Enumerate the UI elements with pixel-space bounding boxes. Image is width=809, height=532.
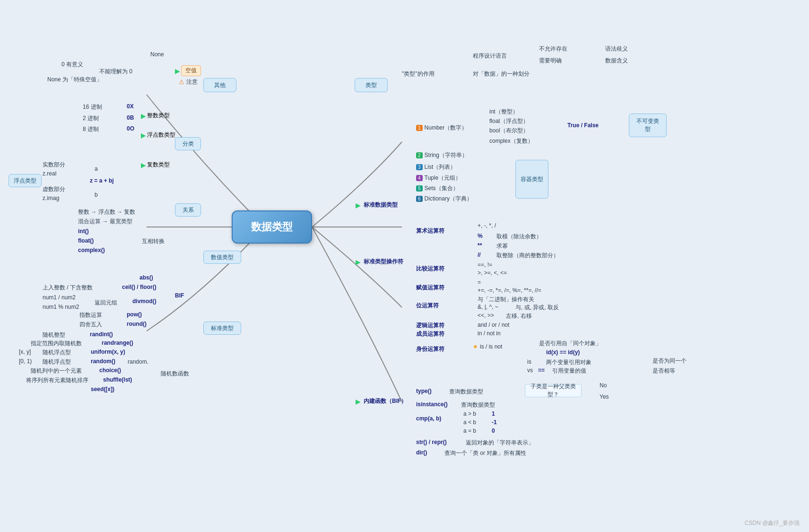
- shuju-huafen: 对「数据」的一种划分: [473, 70, 530, 78]
- number-node: 1 Number（数字）: [416, 124, 467, 132]
- kongzhi-node: ▶ 空值: [175, 65, 201, 76]
- isinstance-func: isinstance(): [416, 401, 448, 408]
- pow-func: pow(): [127, 311, 142, 318]
- bitwise-ops: &, |, ^, ~: [478, 304, 498, 310]
- hex16: 16 进制: [83, 103, 102, 111]
- random-func: random(): [91, 358, 115, 365]
- float-func: float(): [78, 237, 94, 244]
- sishe-wuru: 四舍五入: [79, 321, 102, 329]
- complex-func: complex(): [78, 247, 105, 253]
- luoji-yunsuan: 逻辑运算符: [416, 322, 444, 330]
- true-false: True / False: [567, 122, 599, 129]
- chengxu-yuyan: 程序设计语言: [473, 52, 507, 60]
- dir-desc: 查询一个「类 or 对象」所有属性: [444, 449, 526, 457]
- shuju-hanyi: 数据含义: [605, 57, 628, 65]
- cmp-eq: a = b: [463, 427, 476, 434]
- compare-ops: >, >=, <, <=: [478, 270, 507, 276]
- suiji-fudian: 随机浮点型: [43, 349, 71, 357]
- sets-node: 5 Sets（集合）: [416, 184, 459, 192]
- is-desc: 两个变量引用对象: [546, 358, 592, 366]
- no-label: No: [600, 382, 607, 389]
- cmp-gt-val: 1: [492, 410, 495, 417]
- eq-desc: 引用变量的值: [552, 367, 586, 375]
- rongqi-leixing-box: 容器类型: [515, 160, 548, 199]
- uniform-func: uniform(x, y): [91, 349, 125, 355]
- shifou-xiangdeng: 是否相等: [652, 367, 675, 375]
- erjinzhi-note: 与「二进制」操作有关: [478, 296, 534, 304]
- num1-num2: num1 / num2: [43, 294, 76, 301]
- cmp-func: cmp(a, b): [416, 415, 441, 422]
- dictionary-node: 6 Dictionary（字典）: [416, 195, 472, 203]
- shuffle-func: shuffle(lst): [103, 376, 132, 383]
- hunhe-leixing: 混合运算 → 最宽类型: [78, 218, 132, 226]
- cmp-eq-val: 0: [492, 427, 495, 434]
- is-isnot: ★ is / is not: [473, 343, 502, 350]
- floor-div-op: //: [478, 252, 481, 258]
- zero-one-label: [0, 1): [19, 358, 32, 365]
- fenlei-box: 分类: [175, 137, 201, 150]
- random-dot: random.: [128, 358, 148, 365]
- id-eq: id(x) == id(y): [546, 349, 580, 356]
- none-tekong: None 为「特殊空值」: [47, 76, 102, 84]
- xuyao-mingque: 需要明确: [539, 57, 562, 65]
- guanxi-box: 关系: [175, 203, 201, 217]
- power-desc: 求幂: [496, 242, 508, 250]
- fanhui-yuanzu: 返回元组: [95, 299, 117, 307]
- leixing-box: 类型: [355, 78, 388, 92]
- int-type: int（整型）: [489, 108, 518, 116]
- bitwise-names: 与, 或, 异或, 取反: [515, 304, 559, 312]
- fudian-shu-leixing: ▶ 浮点数类型: [141, 131, 175, 139]
- xushu-bufen: 虚数部分: [43, 185, 65, 193]
- zimag: z.imag: [43, 195, 59, 201]
- qita-box: 其他: [203, 78, 236, 92]
- zhiding-fanwei: 指定范围内取随机数: [31, 340, 82, 348]
- string-node: 2 String（字符串）: [416, 151, 468, 159]
- shishu-bufen: 实数部分: [43, 161, 65, 169]
- is-label2: is: [527, 358, 531, 365]
- oct8-val: 0O: [127, 125, 134, 132]
- randrange-func: randrange(): [102, 340, 133, 346]
- divmod-func: divmod(): [132, 298, 157, 305]
- buneng-lingwu: 不能理解为 0: [99, 68, 132, 76]
- suijishu-hanshu: 随机数函数: [161, 370, 189, 378]
- choice-func: choice(): [99, 367, 121, 374]
- yufa-qiyi: 语法歧义: [605, 45, 628, 53]
- xy-label: [x, y]: [19, 349, 31, 355]
- shenfen-yunsuan: 身份运算符: [416, 345, 444, 353]
- compound-assign: +=, -=, *=, /=, %=, **=, //=: [478, 287, 541, 294]
- wei-yunsuan: 位运算符: [416, 302, 439, 310]
- fudian-leixing-label: 浮点类型: [14, 177, 36, 185]
- eq-neq: ==, !=: [478, 262, 492, 268]
- fushu-leixing: ▶ 复数类型: [141, 161, 170, 169]
- bukebiantype-box: 不可变类型: [629, 113, 667, 137]
- str-repr-desc: 返回对象的「字符串表示」: [466, 439, 534, 447]
- suiji-paixu: 将序列所有元素随机排序: [26, 376, 88, 384]
- list-node: 3 List（列表）: [416, 163, 456, 171]
- zilei-fulei-box: 子类是一种父类类型？: [525, 384, 582, 397]
- leixing-zuoyong: "类型"的作用: [402, 70, 435, 78]
- floor-div-desc: 取整除（商的整数部分）: [496, 252, 559, 260]
- bin2: 2 进制: [83, 114, 99, 122]
- shifou-tongyige: 是否为同一个: [652, 357, 687, 365]
- isinstance-desc: 查询数据类型: [461, 401, 495, 409]
- type-func: type(): [416, 388, 432, 394]
- power-op: **: [478, 242, 482, 249]
- logical-ops: and / or / not: [478, 322, 509, 328]
- oct8: 8 进制: [83, 125, 99, 133]
- center-node: 数据类型: [232, 210, 312, 244]
- basic-ops: +, -, *, /: [478, 222, 496, 229]
- a-label: a: [95, 166, 98, 172]
- bif-label: BIF: [175, 292, 184, 299]
- assign-op: =: [478, 279, 481, 286]
- abs-func: abs(): [139, 274, 153, 281]
- cmp-lt-val: -1: [492, 419, 497, 426]
- bin2-val: 0B: [127, 114, 134, 121]
- tuple-node: 4 Tuple（元组）: [416, 174, 461, 182]
- float-type: float（浮点型）: [489, 117, 529, 125]
- shangrujia: 上入整数 / 下含整数: [43, 284, 93, 292]
- seed-func: seed([x]): [91, 386, 114, 392]
- bu-yunxu-cunzai: 不允许存在: [539, 45, 567, 53]
- str-repr-func: str() / repr(): [416, 439, 447, 445]
- suiji-yuansu: 随机列中的一个元素: [31, 367, 82, 375]
- round-func: round(): [127, 321, 147, 327]
